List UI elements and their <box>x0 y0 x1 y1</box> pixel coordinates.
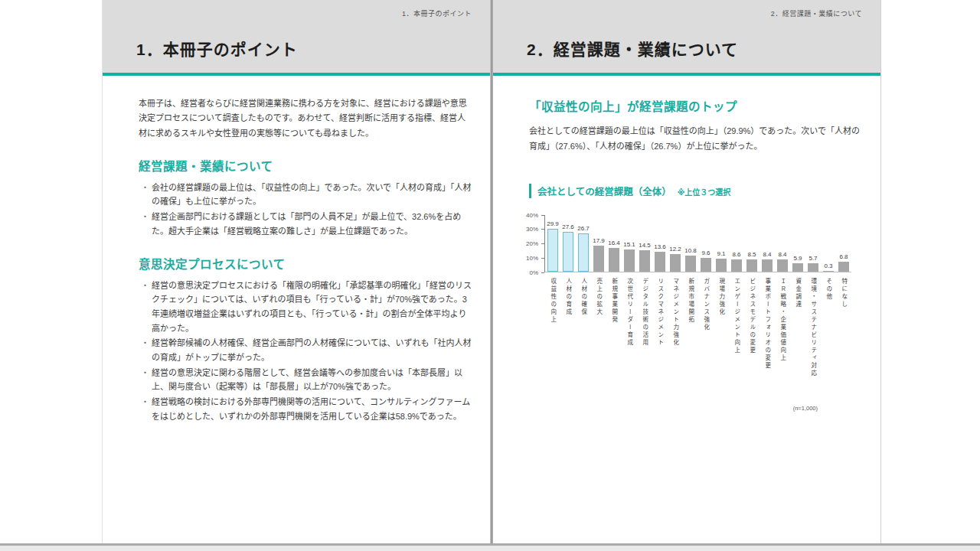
chart-column: 9.6 <box>698 249 714 272</box>
bar-value-label: 9.6 <box>701 249 710 256</box>
page-2-content: 「収益性の向上」が経営課題のトップ 会社としての経営課題の最上位は「収益性の向上… <box>493 97 880 377</box>
bar-value-label: 27.6 <box>562 223 574 230</box>
chart-bar <box>746 259 757 272</box>
bar-value-label: 14.5 <box>639 242 651 249</box>
page-1-accent-rule <box>103 73 490 76</box>
bar-value-label: 26.7 <box>577 225 590 232</box>
x-axis-label-cell: 現場力強化 <box>714 278 729 377</box>
x-axis-category-label: リスクマネジメント <box>657 278 663 377</box>
bullet-text: 会社の経営課題の最上位は、「収益性の向上」であった。次いで「人材の育成」「人材の… <box>152 183 472 207</box>
chart-bar <box>655 252 665 272</box>
bullet-marker: ・ <box>141 181 149 195</box>
chart-column: 5.9 <box>790 255 805 272</box>
x-axis-category-label: 人材の確保 <box>580 278 586 377</box>
x-axis-category-label: 収益性の向上 <box>550 278 556 377</box>
chart-column: 8.6 <box>729 251 744 272</box>
summary-paragraph: 会社としての経営課題の最上位は「収益性の向上」（29.9%）であった。次いで「人… <box>529 124 864 155</box>
x-axis-label-cell: ビジネスモデルの変更 <box>744 278 760 377</box>
bullet-text: 経営の意思決定に関わる階層として、経営会議等への参加度合いは「本部長層」以上、関… <box>152 368 462 392</box>
x-axis-label-cell: マネジメント力強化 <box>668 278 683 377</box>
chart-x-labels: 収益性の向上人材の育成人材の確保売上の拡大新規事業開発次世代リーダー育成デジタル… <box>545 278 864 377</box>
chart-column: 8.5 <box>744 251 760 272</box>
bullet-text: 経営企画部門における課題としては「部門の人員不足」が最上位で、32.6%を占めた… <box>152 212 461 236</box>
x-axis-label-cell: ガバナンス強化 <box>698 278 714 377</box>
intro-paragraph: 本冊子は、経営者ならびに経営関連業務に携わる方を対象に、経営における課題や意思決… <box>139 96 473 141</box>
x-axis-category-label: デジタル技術の活用 <box>642 278 648 377</box>
bullet-text: 経営の意思決定プロセスにおける「権限の明確化」「承認基準の明確化」「経営のリスク… <box>152 281 472 333</box>
bar-value-label: 8.4 <box>763 251 771 258</box>
x-axis-label-cell: 人材の確保 <box>576 278 591 377</box>
bar-value-label: 13.6 <box>654 243 666 250</box>
bullet-marker: ・ <box>141 210 149 224</box>
chart-column: 10.8 <box>683 247 698 271</box>
chart-bar <box>716 259 727 272</box>
bullet-item: ・会社の経営課題の最上位は、「収益性の向上」であった。次いで「人材の育成」「人材… <box>139 181 473 209</box>
x-axis-label-cell: デジタル技術の活用 <box>637 278 652 377</box>
bar-value-label: 16.4 <box>608 240 620 246</box>
chart-bar <box>823 271 834 272</box>
x-axis-category-label: 売上の拡大 <box>596 278 602 377</box>
two-page-spread: 1．本冊子のポイント 1．本冊子のポイント 本冊子は、経営者ならびに経営関連業務… <box>102 0 881 545</box>
chart-title: 会社としての経営課題（全体） <box>529 184 671 198</box>
x-axis-label-cell: エンゲージメント向上 <box>729 278 744 377</box>
bullet-text: 経営幹部候補の人材確保、経営企画部門の人材確保については、いずれも「社内人材の育… <box>152 338 471 362</box>
chart-column: 26.7 <box>576 225 591 272</box>
bullet-item: ・経営の意思決定プロセスにおける「権限の明確化」「承認基準の明確化」「経営のリス… <box>139 279 473 336</box>
y-axis-tick-mark <box>541 272 544 273</box>
bar-value-label: 6.8 <box>839 253 848 260</box>
chart-y-axis: 40%30%20%10%0% <box>518 215 544 272</box>
x-axis-category-label: 特になし <box>841 278 847 377</box>
chart-bar <box>578 233 589 272</box>
bar-value-label: 8.5 <box>747 251 756 258</box>
x-axis-category-label: ガバナンス強化 <box>703 278 709 377</box>
bar-value-label: 17.9 <box>593 237 605 244</box>
chart-column: 29.9 <box>545 220 560 272</box>
bar-value-label: 5.9 <box>793 255 802 262</box>
chart-bar <box>563 232 573 272</box>
chart-plot: 29.927.626.717.916.415.114.513.612.210.8… <box>544 215 851 272</box>
x-axis-label-cell: 環境・サステナビリティ対応 <box>805 278 821 377</box>
chart-bar <box>731 259 742 272</box>
x-axis-category-label: その他 <box>825 278 831 377</box>
chart-bar <box>670 254 681 272</box>
bar-value-label: 15.1 <box>623 241 635 248</box>
chart-bar <box>547 229 558 272</box>
bar-value-label: 5.7 <box>808 255 817 262</box>
bullet-marker: ・ <box>141 366 149 380</box>
page-2-running-header: 2．経営課題・業績について <box>771 8 862 18</box>
page-1-title: 1．本冊子のポイント <box>136 37 298 60</box>
x-axis-label-cell: 事業ポートフォリオの変更 <box>760 278 775 377</box>
bullet-item: ・経営の意思決定に関わる階層として、経営会議等への参加度合いは「本部長層」以上、… <box>139 366 473 394</box>
bullet-text: 経営戦略の検討における外部専門機関等の活用について、コンサルティングファームをは… <box>152 397 470 421</box>
page-1-header-band: 1．本冊子のポイント 1．本冊子のポイント <box>103 0 490 73</box>
x-axis-label-cell: 次世代リーダー育成 <box>622 278 637 377</box>
y-axis-tick-label: 20% <box>526 240 538 247</box>
document-spread: 1．本冊子のポイント 1．本冊子のポイント 本冊子は、経営者ならびに経営関連業務… <box>0 0 980 551</box>
y-axis-tick-label: 30% <box>526 226 538 233</box>
left-sections: 経営課題・業績について・会社の経営課題の最上位は、「収益性の向上」であった。次い… <box>139 157 473 424</box>
bullet-marker: ・ <box>141 336 149 350</box>
chart-column: 14.5 <box>637 242 652 271</box>
chart-note: ※上位３つ選択 <box>678 186 731 197</box>
bullet-marker: ・ <box>141 279 149 293</box>
chart-bar <box>808 263 818 272</box>
x-axis-category-label: エンゲージメント向上 <box>733 278 740 377</box>
bar-value-label: 9.1 <box>717 250 725 257</box>
chart-bar <box>593 246 604 272</box>
x-axis-label-cell: ＩＲ戦略・企業価値向上 <box>775 278 790 377</box>
section-heading: 経営課題・業績について <box>139 157 473 174</box>
bar-value-label: 29.9 <box>547 220 559 227</box>
x-axis-category-label: マネジメント力強化 <box>672 278 678 377</box>
x-axis-category-label: 次世代リーダー育成 <box>626 278 632 377</box>
section-heading-profitability: 「収益性の向上」が経営課題のトップ <box>529 97 864 114</box>
page-1-running-header: 1．本冊子のポイント <box>402 8 472 18</box>
bar-chart: 40%30%20%10%0% 29.927.626.717.916.415.11… <box>518 215 864 377</box>
chart-title-row: 会社としての経営課題（全体） ※上位３つ選択 <box>529 184 864 198</box>
x-axis-category-label: 人材の育成 <box>565 278 571 377</box>
viewer-bottom-strip <box>0 546 980 551</box>
chart-bar <box>701 258 711 272</box>
x-axis-category-label: 資金調達 <box>795 278 801 377</box>
page-2-accent-rule <box>493 73 880 76</box>
x-axis-category-label: 環境・サステナビリティ対応 <box>810 278 816 377</box>
y-axis-tick-label: 0% <box>529 269 538 276</box>
